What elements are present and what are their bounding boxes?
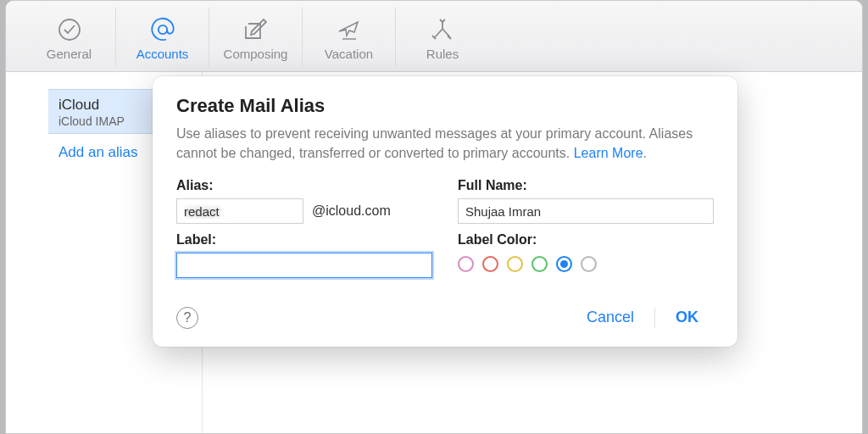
tab-label: Accounts [136,47,189,61]
color-label: Label Color: [458,232,714,248]
color-swatch-none[interactable] [581,256,597,272]
color-swatch-green[interactable] [531,256,548,272]
fullname-input[interactable] [458,198,714,224]
color-swatch-blue[interactable] [556,256,572,272]
fullname-label: Full Name: [458,178,714,193]
tab-label: Vacation [325,47,373,61]
color-swatch-red[interactable] [482,256,498,272]
dialog-description: Use aliases to prevent receiving unwante… [176,124,714,163]
color-swatch-yellow[interactable] [507,256,523,272]
help-button[interactable]: ? [176,307,198,329]
tab-composing[interactable]: Composing [209,8,303,67]
learn-more-link[interactable]: Learn More [574,146,643,160]
tab-general[interactable]: General [23,8,116,67]
label-input[interactable] [176,253,432,278]
tab-label: Rules [426,47,459,61]
label-label: Label: [176,232,432,248]
color-swatch-row [458,253,714,272]
tab-vacation[interactable]: Vacation [303,8,396,67]
alias-field-group: Alias: @icloud.com [176,178,432,224]
alias-label: Alias: [176,178,432,193]
alias-domain-suffix: @icloud.com [312,203,391,219]
svg-point-0 [59,19,80,40]
dialog-title: Create Mail Alias [176,95,714,117]
alias-input[interactable] [176,198,303,224]
toolbar: General Accounts Composing [6,1,862,72]
checkmark-circle-icon [57,16,82,43]
at-sign-icon [149,16,176,43]
tab-accounts[interactable]: Accounts [116,8,209,67]
form-grid: Alias: @icloud.com Full Name: Label: Lab… [176,178,714,278]
help-icon: ? [184,310,192,326]
tab-rules[interactable]: Rules [396,8,489,67]
tab-label: Composing [224,47,288,61]
create-mail-alias-dialog: Create Mail Alias Use aliases to prevent… [153,76,737,347]
svg-point-1 [158,25,166,34]
footer-actions: Cancel OK [571,303,714,331]
fullname-field-group: Full Name: [458,178,714,224]
color-swatch-pink[interactable] [458,256,474,272]
airplane-icon [336,16,363,43]
compose-icon [243,16,269,43]
rules-icon [430,16,455,43]
ok-button[interactable]: OK [660,303,714,331]
tab-label: General [47,47,92,61]
cancel-button[interactable]: Cancel [571,303,649,331]
dialog-footer: ? Cancel OK [176,303,714,331]
label-field-group: Label: [176,232,432,278]
divider [654,308,655,328]
color-field-group: Label Color: [458,232,714,278]
